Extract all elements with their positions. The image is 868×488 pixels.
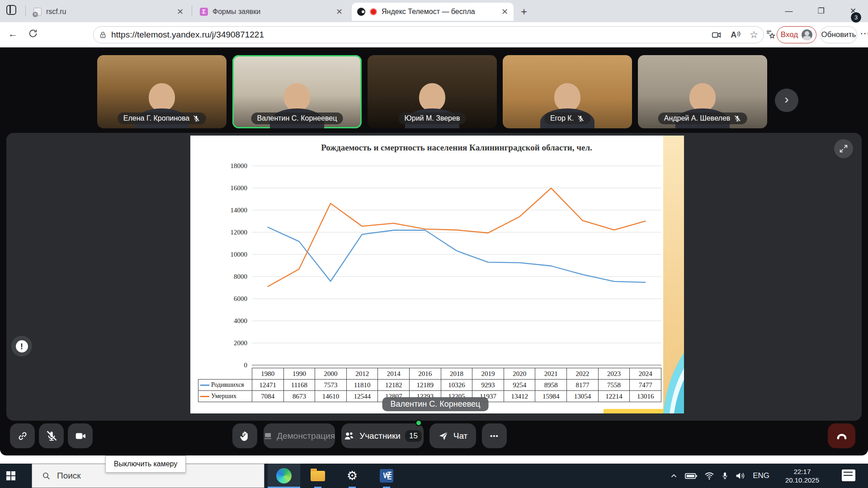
svg-text:8000: 8000 [234,273,247,280]
svg-text:10000: 10000 [231,251,248,258]
participant-thumbnail[interactable]: Егор К. [503,55,632,128]
participant-thumbnail[interactable]: Елена Г. Кропинова [97,55,226,128]
new-tab-button[interactable]: + [521,5,527,18]
chat-button[interactable]: Чат [429,423,476,448]
value-cell: 12214 [598,391,630,402]
read-aloud-icon[interactable]: A [731,30,741,40]
value-cell: 10326 [441,380,472,391]
url-text: https://telemost.yandex.ru/j/3490871221 [111,30,703,40]
taskbar-settings-button[interactable]: ⚙ [340,464,364,488]
participants-button[interactable]: Участники 15 [341,423,424,448]
notification-count-badge[interactable]: 3 [850,12,862,23]
tab-rscf[interactable]: rscf.ru ✕ [28,3,189,21]
value-cell: 15984 [535,391,567,402]
system-tray: ENG [670,464,769,488]
search-placeholder: Поиск [57,471,81,481]
value-cell: 8958 [535,380,567,391]
value-cell: 12471 [252,380,284,391]
tray-expand-icon[interactable] [670,472,678,480]
windows-logo-icon [6,471,15,480]
tab-forms[interactable]: Σ Формы заявки ✕ [194,3,348,21]
participant-thumbnail[interactable]: Андрей А. Шевелев [638,55,767,128]
date: 20.10.2025 [785,476,819,484]
active-speaker-label: Валентин С. Корнеевец [382,397,489,411]
value-cell: 12544 [346,391,378,402]
svg-text:12000: 12000 [231,229,248,236]
svg-text:2000: 2000 [234,339,247,347]
tab-title: rscf.ru [46,8,170,16]
notification-center-icon[interactable] [842,469,855,481]
participant-name: Андрей А. Шевелев [664,114,731,122]
participant-name-label: Валентин С. Корнеевец [251,113,343,124]
battery-icon[interactable] [685,472,697,480]
close-tab-icon[interactable]: ✕ [336,7,343,17]
favorite-star-icon[interactable]: ☆ [750,29,758,40]
value-cell: 9254 [504,380,535,391]
divider [192,5,192,16]
screen-share-label: Демонстрация [277,431,335,441]
close-tab-icon[interactable]: ✕ [501,7,508,17]
taskbar-edge-button[interactable] [268,464,300,488]
tab-actions-icon[interactable] [6,5,18,17]
taskbar-explorer-button[interactable] [306,464,330,488]
table-corner [198,368,252,380]
word-icon: W [380,469,393,483]
exclamation-icon: ! [16,340,28,352]
camera-access-icon[interactable] [712,30,722,40]
taskbar-word-button[interactable]: W [374,464,399,488]
raise-hand-button[interactable] [232,423,257,448]
report-problem-button[interactable]: ! [11,336,32,357]
update-browser-button[interactable]: Обновить [820,26,857,43]
participants-icon [343,430,355,442]
chat-label: Чат [453,431,468,441]
rscf-favicon-icon [33,8,42,16]
value-cell: 12182 [378,380,410,391]
language-indicator[interactable]: ENG [753,471,769,480]
value-cell: 13016 [630,391,661,402]
more-options-button[interactable]: ••• [482,423,507,448]
wifi-icon[interactable] [704,472,714,480]
camera-tooltip: Выключить камеру [105,455,186,473]
forms-favicon-icon: Σ [200,8,208,16]
participant-thumbnail[interactable]: Юрий М. Зверев [368,55,497,128]
speaker-icon[interactable] [736,472,745,480]
restore-button[interactable]: ❐ [811,0,831,22]
tab-title: Яндекс Телемост — беспла [382,8,495,16]
screen: rscf.ru ✕ Σ Формы заявки ✕ Яндекс Телемо… [0,0,868,488]
browser-menu-icon[interactable]: ⋯ [860,28,868,39]
participant-name-label: Андрей А. Шевелев [658,113,747,124]
value-cell: 7084 [252,391,284,402]
camera-on-button[interactable] [68,423,93,448]
login-button[interactable]: Вход [777,26,816,43]
participant-name: Валентин С. Корнеевец [257,114,337,122]
next-participants-button[interactable]: › [775,89,798,112]
year-header: 1990 [283,368,315,380]
series-line-Умерших [268,188,646,286]
tray-mic-icon[interactable] [722,471,728,480]
favorites-hub-icon[interactable] [765,29,776,40]
paper-plane-icon [438,431,449,441]
expand-fullscreen-button[interactable] [834,139,853,158]
svg-text:6000: 6000 [234,295,247,302]
copy-link-button[interactable] [10,423,35,448]
start-button[interactable] [0,464,22,488]
series-line-Родившихся [268,227,646,282]
refresh-icon[interactable] [28,28,38,38]
leave-call-button[interactable] [828,423,855,448]
url-field[interactable]: https://telemost.yandex.ru/j/3490871221 … [93,26,764,43]
legend-cell: Родившихся [198,380,252,391]
back-icon[interactable]: ← [8,28,18,39]
year-header: 2023 [598,368,630,380]
screen-share-button[interactable]: Демонстрация [264,423,335,448]
year-header: 2016 [410,368,441,380]
value-cell: 7573 [315,380,347,391]
close-tab-icon[interactable]: ✕ [177,7,184,17]
taskbar-clock[interactable]: 22:17 20.10.2025 [785,467,819,484]
year-header: 2012 [346,368,378,380]
microphone-muted-button[interactable] [39,423,64,448]
presentation-slide: Рождаемость и смертность населения Калин… [190,136,684,413]
participant-strip: Елена Г. КропиноваВалентин С. КорнеевецЮ… [97,55,767,128]
minimize-button[interactable]: — [778,0,799,22]
participant-thumbnail[interactable]: Валентин С. Корнеевец [232,55,362,128]
tab-telemost-active[interactable]: Яндекс Телемост — беспла ✕ [352,3,514,21]
